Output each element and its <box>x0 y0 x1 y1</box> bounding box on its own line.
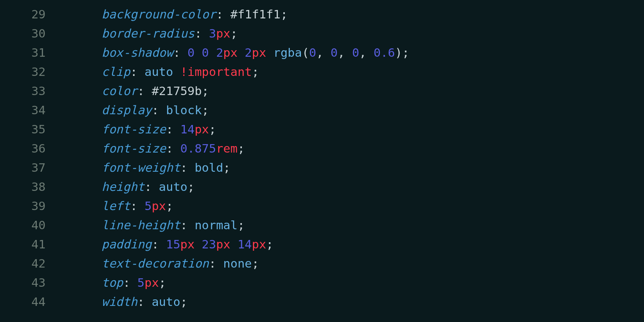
code-line[interactable]: 38height: auto; <box>0 177 644 196</box>
token: ; <box>187 180 195 194</box>
code-line[interactable]: 34display: block; <box>0 100 644 120</box>
code-content[interactable]: font-size: 0.875rem; <box>102 139 245 158</box>
code-content[interactable]: box-shadow: 0 0 2px 2px rgba(0, 0, 0, 0.… <box>102 43 409 62</box>
token: bold <box>195 161 223 174</box>
line-number: 37 <box>0 158 56 177</box>
code-content[interactable]: clip: auto !important; <box>102 62 259 81</box>
line-number: 32 <box>0 62 56 81</box>
line-number: 34 <box>0 100 56 120</box>
token <box>180 46 187 59</box>
code-content[interactable]: top: 5px; <box>102 273 166 292</box>
token: left <box>102 199 130 213</box>
token: : <box>137 84 145 98</box>
indent <box>56 273 102 292</box>
line-number: 44 <box>0 292 56 311</box>
token: line-height <box>102 218 180 232</box>
indent <box>56 254 102 273</box>
indent <box>56 100 102 120</box>
token: : <box>180 161 187 174</box>
code-content[interactable]: text-decoration: none; <box>102 254 259 273</box>
token: ; <box>230 26 238 40</box>
indent <box>56 120 102 139</box>
token: ; <box>223 161 230 174</box>
token: ; <box>166 199 173 213</box>
code-content[interactable]: border-radius: 3px; <box>102 24 238 43</box>
token: px <box>216 26 230 40</box>
code-content[interactable]: line-height: normal; <box>102 215 245 235</box>
token: padding <box>102 237 152 251</box>
token: , <box>359 46 366 59</box>
token: 0.6 <box>373 46 395 59</box>
code-line[interactable]: 30border-radius: 3px; <box>0 24 644 43</box>
token: : <box>180 218 187 232</box>
code-editor[interactable]: 29background-color: #f1f1f1;30border-rad… <box>0 5 644 311</box>
token: ; <box>202 84 209 98</box>
token: #21759b <box>152 84 202 98</box>
code-line[interactable]: 36font-size: 0.875rem; <box>0 139 644 158</box>
token: : <box>195 26 202 40</box>
token <box>145 84 152 98</box>
token: 0 <box>309 46 316 59</box>
token: text-decoration <box>102 256 209 270</box>
token: px <box>223 46 237 59</box>
token: : <box>152 237 159 251</box>
line-number: 40 <box>0 215 56 235</box>
code-content[interactable]: width: auto; <box>102 292 187 311</box>
token: ; <box>202 103 209 117</box>
code-line[interactable]: 37font-weight: bold; <box>0 158 644 177</box>
code-line[interactable]: 43top: 5px; <box>0 273 644 292</box>
line-number: 31 <box>0 43 56 62</box>
token <box>187 161 195 174</box>
token <box>187 218 195 232</box>
token: 14 <box>238 237 252 251</box>
code-content[interactable]: background-color: #f1f1f1; <box>102 5 288 24</box>
token: normal <box>195 218 238 232</box>
token <box>159 237 166 251</box>
code-content[interactable]: font-weight: bold; <box>102 158 230 177</box>
token <box>209 46 216 59</box>
token <box>266 46 273 59</box>
code-line[interactable]: 35font-size: 14px; <box>0 120 644 139</box>
indent <box>56 177 102 196</box>
code-content[interactable]: font-size: 14px; <box>102 120 216 139</box>
code-line[interactable]: 40line-height: normal; <box>0 215 644 235</box>
token: rgba <box>273 46 302 59</box>
code-line[interactable]: 31box-shadow: 0 0 2px 2px rgba(0, 0, 0, … <box>0 43 644 62</box>
code-line[interactable]: 41padding: 15px 23px 14px; <box>0 235 644 254</box>
token: : <box>130 199 138 213</box>
line-number: 38 <box>0 177 56 196</box>
token: 5 <box>137 276 145 289</box>
token: ; <box>238 218 245 232</box>
token: px <box>180 237 194 251</box>
token: 3 <box>209 26 216 40</box>
token: px <box>252 46 266 59</box>
token: none <box>223 256 252 270</box>
token: ) <box>395 46 402 59</box>
token: font-size <box>102 141 166 155</box>
token <box>173 141 181 155</box>
code-content[interactable]: color: #21759b; <box>102 81 209 100</box>
token: display <box>102 103 152 117</box>
token <box>223 7 230 21</box>
token: : <box>209 256 216 270</box>
code-content[interactable]: height: auto; <box>102 177 195 196</box>
code-line[interactable]: 33color: #21759b; <box>0 81 644 100</box>
token: !important <box>180 65 252 79</box>
code-line[interactable]: 39left: 5px; <box>0 196 644 215</box>
token: box-shadow <box>102 46 173 59</box>
code-line[interactable]: 32clip: auto !important; <box>0 62 644 81</box>
code-line[interactable]: 29background-color: #f1f1f1; <box>0 5 644 24</box>
token: : <box>173 46 181 59</box>
code-content[interactable]: left: 5px; <box>102 196 173 215</box>
code-line[interactable]: 44width: auto; <box>0 292 644 311</box>
token: 0 <box>202 46 209 59</box>
token: border-radius <box>102 26 195 40</box>
token <box>230 237 238 251</box>
token: top <box>102 276 123 289</box>
code-content[interactable]: display: block; <box>102 100 209 120</box>
token: color <box>102 84 137 98</box>
code-content[interactable]: padding: 15px 23px 14px; <box>102 235 273 254</box>
code-line[interactable]: 42text-decoration: none; <box>0 254 644 273</box>
indent <box>56 139 102 158</box>
token: ; <box>180 295 187 309</box>
